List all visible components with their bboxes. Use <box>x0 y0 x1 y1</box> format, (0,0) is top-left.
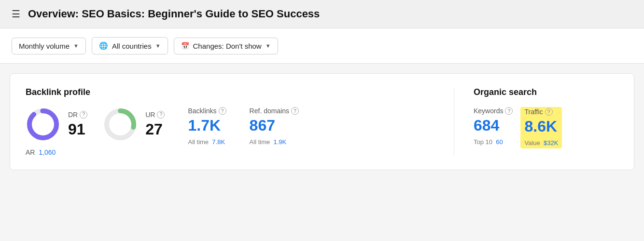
calendar-icon: 📅 <box>181 42 189 50</box>
text-metrics: Backlinks ? 1.7K All time 7.8K Ref. doma… <box>188 107 299 146</box>
changes-label: Changes: Don't show <box>193 42 262 50</box>
globe-icon: 🌐 <box>99 41 108 50</box>
ref-domains-value: 867 <box>250 117 299 134</box>
svg-point-1 <box>29 111 56 138</box>
backlink-metrics-row: DR ? 91 AR 1,060 <box>26 107 434 156</box>
monthly-volume-label: Monthly volume <box>19 42 70 50</box>
traffic-sub: Value $32K <box>524 139 558 147</box>
backlink-section-title: Backlink profile <box>26 87 434 97</box>
traffic-question-icon[interactable]: ? <box>545 108 553 116</box>
backlinks-question-icon[interactable]: ? <box>219 107 226 115</box>
backlinks-sub: All time 7.8K <box>188 138 226 146</box>
traffic-value: 8.6K <box>524 118 558 135</box>
ref-domains-sub-value: 1.9K <box>273 138 286 146</box>
ar-value: 1,060 <box>39 148 56 156</box>
ur-donut-chart <box>103 107 138 142</box>
backlinks-value: 1.7K <box>188 117 226 134</box>
dr-question-icon[interactable]: ? <box>80 111 87 119</box>
keywords-sub: Top 10 60 <box>474 138 513 146</box>
chevron-down-icon-2: ▼ <box>155 43 161 49</box>
dr-info: DR ? 91 <box>68 111 87 138</box>
main-content: Backlink profile DR ? <box>0 64 644 180</box>
keywords-sub-value: 60 <box>496 138 503 146</box>
dr-metric: DR ? 91 <box>26 107 87 142</box>
chevron-down-icon: ▼ <box>73 43 79 49</box>
backlink-profile-section: Backlink profile DR ? <box>26 87 454 156</box>
ref-domains-label: Ref. domains ? <box>250 107 299 115</box>
ref-domains-sub: All time 1.9K <box>250 138 299 146</box>
toolbar: Monthly volume ▼ 🌐 All countries ▼ 📅 Cha… <box>0 28 644 64</box>
ur-metric: UR ? 27 <box>103 107 165 142</box>
ref-domains-question-icon[interactable]: ? <box>291 107 299 115</box>
organic-section-title: Organic search <box>474 87 618 97</box>
ar-row: AR 1,060 <box>26 148 56 156</box>
changes-dropdown[interactable]: 📅 Changes: Don't show ▼ <box>174 38 278 54</box>
ar-label: AR <box>26 148 35 156</box>
backlinks-label: Backlinks ? <box>188 107 226 115</box>
all-countries-label: All countries <box>112 42 152 50</box>
header: ☰ Overview: SEO Basics: Beginner's Guide… <box>0 0 644 28</box>
keywords-label: Keywords ? <box>474 107 513 115</box>
chevron-down-icon-3: ▼ <box>266 43 271 49</box>
hamburger-icon[interactable]: ☰ <box>12 8 20 20</box>
all-countries-dropdown[interactable]: 🌐 All countries ▼ <box>92 37 168 54</box>
ur-info: UR ? 27 <box>145 111 165 138</box>
dr-value: 91 <box>68 120 87 138</box>
dr-label: DR ? <box>68 111 87 119</box>
ref-domains-metric: Ref. domains ? 867 All time 1.9K <box>250 107 299 146</box>
keywords-value: 684 <box>474 117 513 134</box>
overview-card: Backlink profile DR ? <box>10 73 634 170</box>
dr-donut-chart <box>26 107 60 142</box>
traffic-label: Traffic ? <box>524 108 558 116</box>
traffic-sub-value: $32K <box>544 139 558 147</box>
page-title: Overview: SEO Basics: Beginner's Guide t… <box>28 8 320 20</box>
dr-container: DR ? 91 AR 1,060 <box>26 107 87 156</box>
backlinks-sub-value: 7.8K <box>212 138 225 146</box>
backlinks-metric: Backlinks ? 1.7K All time 7.8K <box>188 107 226 146</box>
organic-metrics-row: Keywords ? 684 Top 10 60 Traffic ? 8 <box>474 107 618 148</box>
keywords-question-icon[interactable]: ? <box>505 107 513 115</box>
keywords-metric: Keywords ? 684 Top 10 60 <box>474 107 513 148</box>
ur-value: 27 <box>145 120 165 138</box>
organic-search-section: Organic search Keywords ? 684 Top 10 60 <box>454 87 618 156</box>
ur-question-icon[interactable]: ? <box>157 111 165 119</box>
ur-label: UR ? <box>145 111 165 119</box>
ur-container: UR ? 27 <box>103 107 165 142</box>
monthly-volume-dropdown[interactable]: Monthly volume ▼ <box>12 38 86 54</box>
traffic-metric: Traffic ? 8.6K Value $32K <box>520 107 562 148</box>
